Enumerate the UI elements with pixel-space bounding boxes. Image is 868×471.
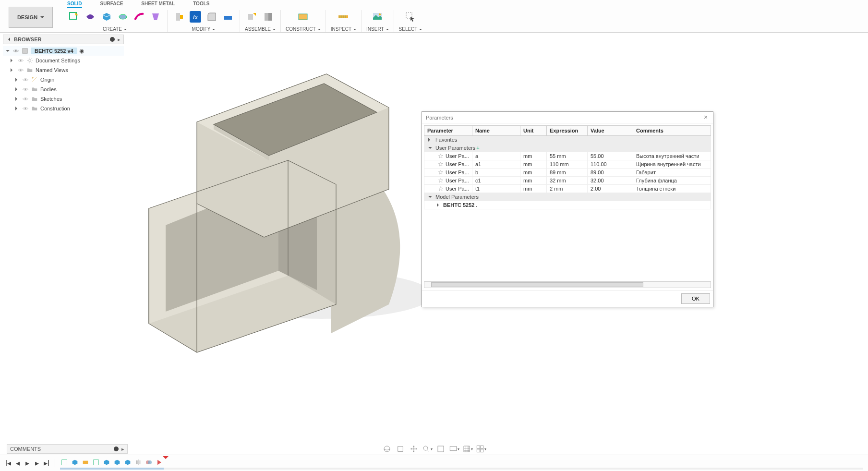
tab-surface[interactable]: SURFACE xyxy=(100,1,123,8)
tree-node[interactable]: Construction xyxy=(3,104,124,113)
feature-sketch-icon[interactable] xyxy=(60,458,69,467)
col-parameter[interactable]: Parameter xyxy=(424,126,472,136)
new-component-icon[interactable] xyxy=(245,10,259,24)
comments-options-icon[interactable] xyxy=(114,447,119,451)
workspace-dropdown[interactable]: DESIGN xyxy=(9,7,53,28)
timeline-start-icon[interactable]: I◂ xyxy=(4,459,12,468)
timeline-step-back-icon[interactable]: ◂ xyxy=(13,459,22,468)
param-row[interactable]: User Pa...c1mm32 mm32.00Глубина фланца xyxy=(424,177,711,185)
pan-icon[interactable] xyxy=(409,444,419,454)
favorite-star-icon[interactable] xyxy=(438,153,444,159)
visibility-icon[interactable] xyxy=(12,48,19,54)
browser-options-icon[interactable] xyxy=(110,37,115,42)
add-parameter-icon[interactable]: + xyxy=(476,145,479,151)
comments-expand-icon[interactable]: ▸ xyxy=(121,446,124,452)
tree-node[interactable]: Named Views xyxy=(3,65,124,75)
param-unit[interactable]: mm xyxy=(520,169,547,177)
param-unit[interactable]: mm xyxy=(520,152,547,160)
col-expression[interactable]: Expression xyxy=(547,126,588,136)
timeline-track[interactable] xyxy=(55,456,868,471)
timeline-end-icon[interactable]: ▸I xyxy=(42,459,51,468)
param-row[interactable]: User Pa...amm55 mm55.00Высота внутренней… xyxy=(424,152,711,160)
zoom-icon[interactable]: ▾ xyxy=(422,444,433,454)
param-name[interactable]: b xyxy=(472,169,520,177)
comments-panel[interactable]: COMMENTS ▸ xyxy=(7,444,128,454)
fx-parameters-icon[interactable]: fx xyxy=(189,10,202,24)
param-name[interactable]: c1 xyxy=(472,177,520,185)
param-expression[interactable]: 2 mm xyxy=(547,185,588,193)
visibility-icon[interactable] xyxy=(22,76,29,83)
param-unit[interactable]: mm xyxy=(520,185,547,193)
visibility-icon[interactable] xyxy=(17,57,24,64)
param-unit[interactable]: mm xyxy=(520,177,547,185)
feature-mirror-icon[interactable] xyxy=(134,458,143,467)
expand-icon[interactable] xyxy=(14,107,20,110)
sweep-icon[interactable] xyxy=(133,10,146,24)
param-group[interactable]: Favorites xyxy=(424,136,711,144)
param-expression[interactable]: 55 mm xyxy=(547,152,588,160)
revolve-icon[interactable] xyxy=(116,10,130,24)
favorite-star-icon[interactable] xyxy=(438,186,444,192)
visibility-icon[interactable] xyxy=(22,105,29,112)
timeline-play-icon[interactable]: ▸ xyxy=(23,459,32,468)
param-comment[interactable]: Щирина внутренней части xyxy=(633,160,711,169)
measure-icon[interactable] xyxy=(337,10,350,24)
expand-icon[interactable] xyxy=(14,78,20,82)
col-unit[interactable]: Unit xyxy=(520,126,547,136)
visibility-icon[interactable] xyxy=(22,96,29,102)
tree-node[interactable]: Bodies xyxy=(3,85,124,94)
param-comment[interactable]: Глубина фланца xyxy=(633,177,711,185)
favorite-star-icon[interactable] xyxy=(438,178,444,183)
grid-settings-icon[interactable]: ▾ xyxy=(462,444,473,454)
param-unit[interactable]: mm xyxy=(520,160,547,169)
insert-canvas-icon[interactable] xyxy=(371,10,384,24)
browser-pin-icon[interactable]: ▸ xyxy=(118,36,121,43)
tree-root[interactable]: ВЕНТС 5252 v4 ◉ xyxy=(3,46,124,56)
display-settings-icon[interactable]: ▾ xyxy=(449,444,459,454)
expand-icon[interactable] xyxy=(14,87,20,91)
browser-collapse-icon[interactable] xyxy=(6,37,10,41)
param-name[interactable]: a1 xyxy=(472,160,520,169)
param-group[interactable]: User Parameters+ xyxy=(424,144,711,152)
visibility-icon[interactable] xyxy=(22,86,29,93)
joint-icon[interactable] xyxy=(262,10,275,24)
fit-icon[interactable] xyxy=(435,444,446,454)
param-comment[interactable]: Толщина стнеки xyxy=(633,185,711,193)
param-name[interactable]: a xyxy=(472,152,520,160)
param-comment[interactable]: Высота внутренней части xyxy=(633,152,711,160)
expand-icon[interactable] xyxy=(14,97,20,101)
param-row[interactable]: User Pa...t1mm2 mm2.00Толщина стнеки xyxy=(424,185,711,193)
feature-plane-icon[interactable] xyxy=(81,458,90,467)
col-value[interactable]: Value xyxy=(588,126,633,136)
tab-solid[interactable]: SOLID xyxy=(67,1,82,8)
model-param-component[interactable]: ВЕНТС 5252 . xyxy=(424,201,711,209)
timeline-marker[interactable] xyxy=(163,456,169,460)
param-comment[interactable]: Габарит xyxy=(633,169,711,177)
tab-tools[interactable]: TOOLS xyxy=(193,1,209,8)
dialog-titlebar[interactable]: Parameters × xyxy=(422,112,713,123)
create-form-icon[interactable] xyxy=(84,10,97,24)
feature-combine-icon[interactable] xyxy=(145,458,153,467)
tree-node[interactable]: Document Settings xyxy=(3,56,124,65)
feature-extrude-icon[interactable] xyxy=(71,458,79,467)
param-row[interactable]: User Pa...bmm89 mm89.00Габарит xyxy=(424,169,711,177)
param-expression[interactable]: 89 mm xyxy=(547,169,588,177)
browser-header[interactable]: BROWSER ▸ xyxy=(3,35,124,44)
construct-plane-icon[interactable] xyxy=(296,10,310,24)
active-component-icon[interactable]: ◉ xyxy=(79,48,84,54)
viewport-settings-icon[interactable]: ▾ xyxy=(476,444,486,454)
feature-extrude3-icon[interactable] xyxy=(113,458,121,467)
favorite-star-icon[interactable] xyxy=(438,161,444,167)
look-at-icon[interactable] xyxy=(395,444,406,454)
tree-node[interactable]: Sketches xyxy=(3,94,124,104)
param-expression[interactable]: 110 mm xyxy=(547,160,588,169)
ok-button[interactable]: OK xyxy=(681,293,710,304)
dialog-scrollbar[interactable] xyxy=(424,281,711,288)
col-comments[interactable]: Comments xyxy=(633,126,711,136)
extrude-icon[interactable] xyxy=(100,10,113,24)
timeline-step-fwd-icon[interactable]: ▸ xyxy=(33,459,41,468)
expand-icon[interactable] xyxy=(10,68,15,72)
param-expression[interactable]: 32 mm xyxy=(547,177,588,185)
close-icon[interactable]: × xyxy=(702,114,709,121)
tab-sheet-metal[interactable]: SHEET METAL xyxy=(141,1,175,8)
